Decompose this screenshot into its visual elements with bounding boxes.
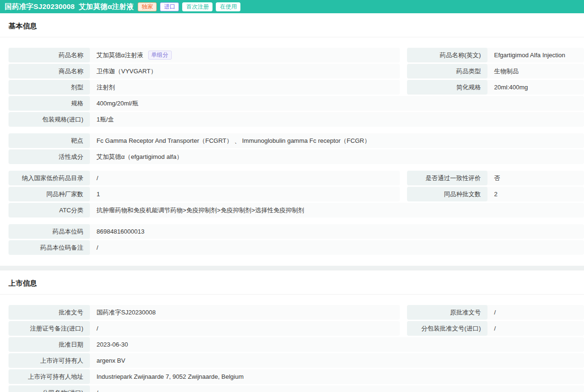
field-cell: 批准日期2023-06-30 xyxy=(9,337,584,352)
field-value: 艾加莫德α（efgartigimod alfa） xyxy=(90,149,187,164)
field-cell: 批准文号国药准字SJ20230008 xyxy=(9,305,400,320)
table-row: 包装规格(进口)1瓶/盒 xyxy=(9,112,584,127)
table-row: 活性成分艾加莫德α（efgartigimod alfa） xyxy=(9,149,584,164)
field-value: 2023-06-30 xyxy=(90,337,133,352)
field-value: argenx BV xyxy=(90,353,130,368)
mono-component-tag: 单组分 xyxy=(148,51,172,60)
table-row: 药品名称艾加莫德α注射液单组分药品名称(英文)Efgartigimod Alfa… xyxy=(9,48,584,62)
section-card: 基本信息 药品名称艾加莫德α注射液单组分药品名称(英文)Efgartigimod… xyxy=(0,13,584,266)
table-row: 批准文号国药准字SJ20230008原批准文号/ xyxy=(9,305,584,320)
field-value-text: Efgartigimod Alfa Injection xyxy=(494,48,565,62)
field-value: 20ml:400mg xyxy=(487,80,533,95)
field-label: 药品本位码 xyxy=(9,224,90,239)
row-group: 纳入国家低价药品目录/是否通过一致性评价否同品种厂家数1同品种批文数2ATC分类… xyxy=(9,171,584,218)
field-value: / xyxy=(90,321,103,336)
field-cell: 简化规格20ml:400mg xyxy=(407,80,584,95)
table-row: 上市许可持有人argenx BV xyxy=(9,353,584,368)
field-label: 同品种批文数 xyxy=(407,187,487,201)
field-label: 批准文号 xyxy=(9,305,90,320)
field-value-text: 20ml:400mg xyxy=(494,80,528,95)
field-label: 商品名称 xyxy=(9,64,90,78)
field-value-text: 生物制品 xyxy=(494,64,519,78)
field-value-text: 艾加莫德α（efgartigimod alfa） xyxy=(97,149,183,164)
field-value-text: / xyxy=(97,385,98,392)
field-value: / xyxy=(90,385,103,392)
field-label: 上市许可持有人 xyxy=(9,353,90,368)
table-row: 上市许可持有人地址Industriepark Zwijnaarde 7, 905… xyxy=(9,369,584,384)
field-cell: 药品名称艾加莫德α注射液单组分 xyxy=(9,48,400,62)
section-header: 上市信息 xyxy=(0,270,584,295)
field-label: 靶点 xyxy=(9,133,90,148)
table-row: 公司名称(进口)/ xyxy=(9,385,584,392)
table-row: 同品种厂家数1同品种批文数2 xyxy=(9,187,584,201)
field-cell: 上市许可持有人argenx BV xyxy=(9,353,584,368)
field-label: 注册证号备注(进口) xyxy=(9,321,90,336)
field-value-text: argenx BV xyxy=(97,353,125,368)
page-title: 国药准字SJ20230008 艾加莫德α注射液 xyxy=(5,2,133,11)
table-row: 批准日期2023-06-30 xyxy=(9,337,584,352)
status-badge: 进口 xyxy=(160,2,179,11)
field-value: / xyxy=(90,171,103,185)
section-title: 上市信息 xyxy=(9,279,575,288)
field-label: 公司名称(进口) xyxy=(9,385,90,392)
field-value-text: / xyxy=(494,321,496,336)
field-value-text: 2023-06-30 xyxy=(97,337,128,352)
field-value-text: 抗肿瘤药物和免疫机能调节药物>免疫抑制剂>免疫抑制剂>选择性免疫抑制剂 xyxy=(97,203,304,218)
content-area: 基本信息 药品名称艾加莫德α注射液单组分药品名称(英文)Efgartigimod… xyxy=(0,13,584,392)
field-value: 2 xyxy=(487,187,502,201)
header-bar: 国药准字SJ20230008 艾加莫德α注射液 独家进口首次注册在使用 xyxy=(0,0,584,13)
field-cell: 同品种批文数2 xyxy=(407,187,584,201)
field-cell: 上市许可持有人地址Industriepark Zwijnaarde 7, 905… xyxy=(9,369,584,384)
field-value: / xyxy=(487,321,501,336)
section-card: 上市信息 批准文号国药准字SJ20230008原批准文号/注册证号备注(进口)/… xyxy=(0,270,584,392)
field-label: 药品名称 xyxy=(9,48,90,62)
field-value-text: / xyxy=(97,240,98,255)
field-cell: 同品种厂家数1 xyxy=(9,187,400,201)
section-body: 药品名称艾加莫德α注射液单组分药品名称(英文)Efgartigimod Alfa… xyxy=(0,37,584,266)
field-value-text: 艾加莫德α注射液 xyxy=(97,48,143,62)
row-group: 药品名称艾加莫德α注射液单组分药品名称(英文)Efgartigimod Alfa… xyxy=(9,48,584,127)
table-row: 药品本位码备注/ xyxy=(9,240,584,255)
field-value: Industriepark Zwijnaarde 7, 9052 Zwijnaa… xyxy=(90,369,248,384)
field-label: 活性成分 xyxy=(9,149,90,164)
field-cell: 活性成分艾加莫德α（efgartigimod alfa） xyxy=(9,149,584,164)
table-row: 规格400mg/20ml/瓶 xyxy=(9,96,584,111)
field-cell: 分包装批准文号(进口)/ xyxy=(407,321,584,336)
table-row: 纳入国家低价药品目录/是否通过一致性评价否 xyxy=(9,171,584,185)
field-value: 抗肿瘤药物和免疫机能调节药物>免疫抑制剂>免疫抑制剂>选择性免疫抑制剂 xyxy=(90,203,309,218)
field-cell: 药品类型生物制品 xyxy=(407,64,584,78)
table-row: 剂型注射剂简化规格20ml:400mg xyxy=(9,80,584,95)
field-value: Efgartigimod Alfa Injection xyxy=(487,48,570,62)
table-row: ATC分类抗肿瘤药物和免疫机能调节药物>免疫抑制剂>免疫抑制剂>选择性免疫抑制剂 xyxy=(9,203,584,218)
field-value-text: 卫伟迦（VYVGART） xyxy=(97,64,157,78)
field-label: 纳入国家低价药品目录 xyxy=(9,171,90,185)
field-label: 同品种厂家数 xyxy=(9,187,90,201)
status-badge: 首次注册 xyxy=(182,2,212,11)
field-value-text: 86984816000013 xyxy=(97,224,144,239)
field-label: 原批准文号 xyxy=(407,305,487,320)
section-header: 基本信息 xyxy=(0,13,584,37)
field-value-text: 否 xyxy=(494,171,500,185)
field-cell: 药品本位码备注/ xyxy=(9,240,584,255)
field-value-text: Fc Gamma Receptor And Transporter（FCGRT）… xyxy=(97,133,370,148)
field-label: 分包装批准文号(进口) xyxy=(407,321,487,336)
field-label: 包装规格(进口) xyxy=(9,112,90,127)
field-label: 药品本位码备注 xyxy=(9,240,90,255)
field-label: ATC分类 xyxy=(9,203,90,218)
field-value: 400mg/20ml/瓶 xyxy=(90,96,143,111)
field-cell: ATC分类抗肿瘤药物和免疫机能调节药物>免疫抑制剂>免疫抑制剂>选择性免疫抑制剂 xyxy=(9,203,584,218)
field-value: / xyxy=(90,240,103,255)
field-value-text: 注射剂 xyxy=(97,80,115,95)
field-cell: 药品本位码86984816000013 xyxy=(9,224,584,239)
field-label: 批准日期 xyxy=(9,337,90,352)
field-value-text: Industriepark Zwijnaarde 7, 9052 Zwijnaa… xyxy=(97,369,244,384)
status-badge: 在使用 xyxy=(216,2,240,11)
field-value-text: / xyxy=(97,321,98,336)
row-group: 批准文号国药准字SJ20230008原批准文号/注册证号备注(进口)/分包装批准… xyxy=(9,305,584,392)
field-label: 规格 xyxy=(9,96,90,111)
field-value: / xyxy=(487,305,501,320)
section-body: 批准文号国药准字SJ20230008原批准文号/注册证号备注(进口)/分包装批准… xyxy=(0,295,584,392)
section-title: 基本信息 xyxy=(9,22,575,31)
field-value: 卫伟迦（VYVGART） xyxy=(90,64,161,78)
table-row: 药品本位码86984816000013 xyxy=(9,224,584,239)
